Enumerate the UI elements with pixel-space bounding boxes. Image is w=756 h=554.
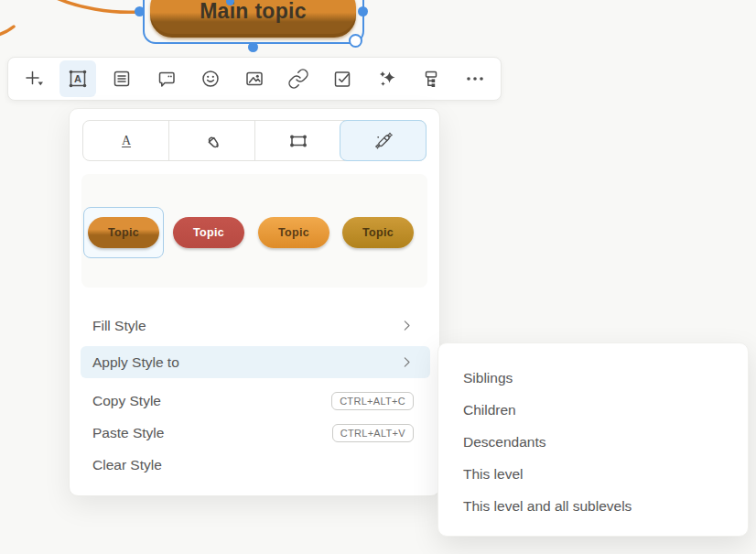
link-icon	[287, 68, 309, 90]
emoji-icon	[200, 68, 221, 90]
comment-button[interactable]	[148, 60, 185, 97]
chevron-right-icon	[400, 355, 414, 369]
topic-style-pill[interactable]: Topic	[173, 217, 244, 248]
tab-border-style[interactable]	[254, 121, 340, 160]
task-button[interactable]	[324, 60, 361, 97]
submenu-item-this-level[interactable]: This level	[438, 458, 748, 490]
selection-handle-right[interactable]	[358, 6, 368, 16]
notes-button[interactable]	[103, 60, 140, 97]
task-checkbox-icon	[331, 68, 353, 90]
svg-text:A: A	[121, 133, 131, 147]
add-topic-button[interactable]	[16, 60, 52, 97]
structure-icon	[420, 68, 442, 90]
notes-icon	[111, 68, 133, 90]
topic-style-previews: Topic Topic Topic Topic	[81, 174, 427, 288]
menu-item-paste-style[interactable]: Paste Style CTRL+ALT+V	[70, 417, 439, 449]
svg-text:A: A	[74, 73, 81, 84]
structure-button[interactable]	[413, 60, 449, 97]
mindmap-canvas: Main topic A	[0, 0, 756, 554]
main-topic-node[interactable]: Main topic	[150, 0, 356, 38]
style-panel: A	[69, 108, 440, 496]
text-style-button[interactable]: A	[59, 60, 96, 97]
paint-bucket-icon	[201, 130, 223, 152]
menu-item-fill-style[interactable]: Fill Style	[70, 310, 439, 342]
topic-style-pill[interactable]: Topic	[258, 217, 329, 248]
topic-style-pill: Topic	[88, 217, 159, 248]
more-ellipsis-icon	[464, 68, 486, 90]
apply-style-submenu: Siblings Children Descendants This level…	[437, 342, 749, 537]
image-icon	[243, 68, 265, 90]
more-button[interactable]	[457, 60, 493, 97]
chevron-right-icon	[400, 319, 414, 332]
submenu-item-this-level-and-all-sublevels[interactable]: This level and all sublevels	[438, 490, 748, 522]
magic-wand-icon	[373, 130, 394, 152]
style-panel-tabs: A	[82, 120, 427, 161]
style-menu: Fill Style Apply Style to Copy Style CTR…	[70, 310, 439, 481]
ai-button[interactable]	[369, 60, 405, 97]
submenu-item-siblings[interactable]: Siblings	[438, 362, 748, 394]
topic-style-preview-selected[interactable]: Topic	[83, 207, 164, 258]
tab-quick-style[interactable]	[340, 120, 427, 161]
text-style-frame-icon: A	[67, 68, 89, 90]
selection-handle-left[interactable]	[135, 6, 145, 16]
shortcut-badge: CTRL+ALT+V	[332, 424, 414, 442]
node-toolbar: A	[7, 57, 502, 101]
image-button[interactable]	[236, 60, 273, 97]
font-style-icon: A	[115, 130, 137, 152]
tab-fill-style[interactable]	[168, 121, 254, 160]
comment-icon	[156, 68, 178, 90]
menu-item-copy-style[interactable]: Copy Style CTRL+ALT+C	[70, 385, 439, 417]
ai-sparkles-icon	[376, 68, 398, 90]
emoji-button[interactable]	[192, 60, 229, 97]
submenu-item-children[interactable]: Children	[438, 394, 748, 426]
submenu-item-descendants[interactable]: Descendants	[438, 426, 748, 458]
menu-item-clear-style[interactable]: Clear Style	[70, 449, 439, 481]
shortcut-badge: CTRL+ALT+C	[331, 392, 414, 410]
border-frame-icon	[287, 130, 309, 152]
add-topic-plus-icon	[23, 68, 45, 90]
topic-style-pill[interactable]: Topic	[342, 217, 414, 248]
menu-item-apply-style-to[interactable]: Apply Style to	[81, 346, 430, 378]
link-button[interactable]	[280, 60, 317, 97]
tab-font-style[interactable]: A	[83, 121, 168, 160]
resize-handle-corner[interactable]	[349, 34, 362, 48]
selection-handle-bottom[interactable]	[248, 42, 258, 52]
main-topic-label: Main topic	[200, 0, 307, 24]
